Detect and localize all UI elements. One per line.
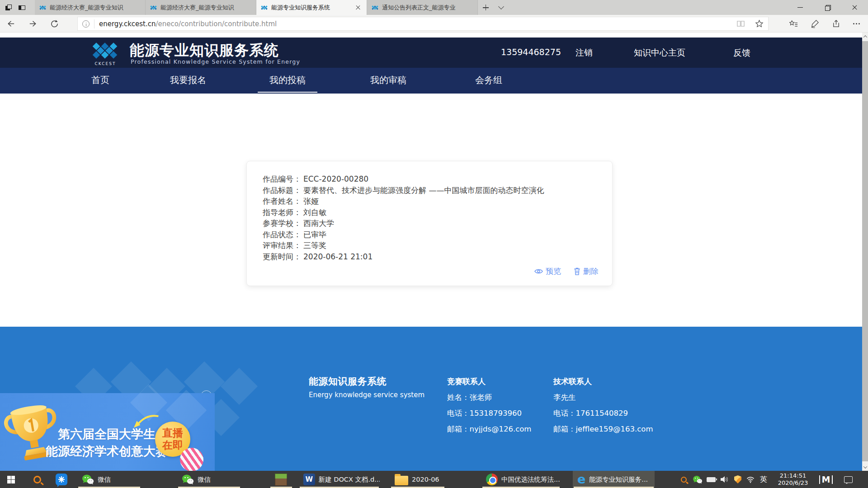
more-options-icon[interactable]	[853, 23, 860, 24]
page-scrollbar[interactable]	[862, 33, 868, 471]
refresh-icon	[50, 19, 59, 28]
nav-item-register[interactable]: 我要报名	[158, 68, 218, 93]
logout-link[interactable]: 注销	[576, 47, 593, 59]
contest-contact: 竞赛联系人 姓名：张老师 电话：15318793960 邮箱：nyjjds@12…	[447, 376, 531, 434]
taskbar-folder-2020-06[interactable]: 2020-06	[390, 471, 445, 488]
feedback-link[interactable]: 反馈	[733, 47, 750, 59]
start-button[interactable]	[0, 471, 22, 488]
divider	[94, 19, 94, 28]
browser-tab-4[interactable]: 通知公告列表正文_能源专业	[367, 0, 478, 15]
window-close-button[interactable]	[841, 0, 868, 15]
scroll-up-button[interactable]	[862, 33, 868, 40]
window-minimize-button[interactable]	[787, 0, 814, 15]
taskbar-edge-active[interactable]: e 能源专业知识服务...	[573, 471, 655, 488]
new-tab-button[interactable]	[478, 0, 493, 15]
contact-phone: 电话：15318793960	[447, 408, 531, 418]
field-label: 指导老师：	[263, 208, 301, 217]
set-tabs-aside-icon[interactable]	[5, 5, 12, 10]
field-value: 刘自敏	[303, 208, 326, 217]
back-button[interactable]	[0, 15, 22, 32]
knowledge-center-home-link[interactable]: 知识中心主页	[634, 47, 685, 59]
reading-view-icon[interactable]	[736, 19, 745, 28]
page-viewport: CKCEST 能源专业知识服务系统 Professional Knowledge…	[0, 33, 862, 471]
contact-heading: 技术联系人	[553, 376, 653, 387]
nav-item-committee[interactable]: 会务组	[463, 68, 514, 93]
field-work-id: 作品编号：ECC-2020-00280	[263, 174, 599, 185]
chevron-up-icon	[863, 35, 867, 39]
nav-item-my-submissions[interactable]: 我的投稿	[258, 68, 317, 93]
chevron-down-icon	[863, 465, 867, 468]
chevron-down-icon	[498, 4, 504, 9]
search-app-button[interactable]	[27, 471, 47, 488]
wechat-icon	[82, 474, 94, 485]
tray-shield-icon[interactable]	[731, 471, 744, 488]
search-icon	[33, 476, 41, 483]
tabs-set-aside-icon[interactable]	[19, 5, 25, 10]
scrollbar-thumb[interactable]	[862, 41, 868, 461]
field-label: 作品标题：	[263, 186, 301, 195]
promo-text: 第六届全国大学生 能源经济学术创意大赛	[45, 426, 168, 460]
browser-tab-3-active[interactable]: 能源专业知识服务系统	[256, 0, 367, 15]
field-value: 2020-06-21 21:01	[303, 252, 373, 261]
tray-wechat-icon[interactable]	[691, 471, 704, 488]
submission-card: 作品编号：ECC-2020-00280 作品标题：要素替代、技术进步与能源强度分…	[246, 161, 613, 286]
field-label: 作品状态：	[263, 230, 301, 239]
window-controls	[787, 0, 868, 15]
tray-wifi-icon[interactable]	[744, 471, 757, 488]
annotate-pen-icon[interactable]	[811, 19, 819, 28]
tab-close-icon[interactable]	[354, 4, 362, 12]
site-subtitle: Professional Knowledge Service System fo…	[131, 58, 300, 65]
ckcest-logo-icon	[90, 42, 119, 59]
arrow-icon	[132, 414, 161, 429]
ckcest-favicon-icon	[372, 5, 378, 10]
browser-tab-1[interactable]: 能源经济大赛_能源专业知识	[35, 0, 146, 15]
taskbar-label: 能源专业知识服务...	[589, 475, 648, 484]
preview-button[interactable]: 预览	[534, 266, 561, 277]
tray-volume-icon[interactable]	[718, 471, 731, 488]
contact-email: 邮箱：nyjjds@126.com	[447, 424, 531, 434]
taskbar-wechat-2[interactable]: 微信	[177, 471, 241, 488]
taskbar-word-document[interactable]: W 新建 DOCX 文档.d...	[299, 471, 380, 488]
field-work-title: 作品标题：要素替代、技术进步与能源强度分解 ——中国城市层面的动态时空演化	[263, 185, 599, 196]
taskbar-wechat-1[interactable]: 微信	[77, 471, 141, 488]
site-header: CKCEST 能源专业知识服务系统 Professional Knowledge…	[0, 38, 862, 68]
share-icon[interactable]	[832, 19, 840, 28]
wechat-icon	[182, 474, 194, 485]
browser-tab-2[interactable]: 能源经济大赛_能源专业知识	[146, 0, 256, 15]
tab-preview-button[interactable]	[493, 0, 509, 15]
tab-tools	[0, 0, 35, 15]
notification-center-icon[interactable]	[839, 471, 857, 488]
delete-button[interactable]: 删除	[574, 266, 599, 277]
star-app-button[interactable]	[52, 471, 71, 488]
refresh-button[interactable]	[43, 15, 65, 32]
contact-phone: 电话：17611540829	[553, 408, 653, 418]
site-info-icon[interactable]	[82, 20, 90, 28]
close-icon	[852, 5, 858, 10]
nav-item-my-reviews[interactable]: 我的审稿	[359, 68, 418, 93]
taskbar-chrome[interactable]: 中国优选法统筹法...	[481, 471, 561, 488]
field-label: 评审结果：	[263, 241, 301, 250]
url-field[interactable]: energy.ckcest.cn/eneco/contribution/cont…	[77, 17, 769, 31]
badge-line-2: 在即	[162, 439, 183, 451]
trash-icon	[574, 267, 580, 275]
tray-search-icon[interactable]	[677, 471, 690, 488]
site-logo[interactable]: CKCEST	[90, 42, 120, 66]
tray-m-logo-icon[interactable]: M	[816, 471, 835, 488]
hub-favorites-icon[interactable]	[789, 19, 798, 28]
window-restore-button[interactable]	[814, 0, 841, 15]
favorite-star-icon[interactable]	[755, 19, 764, 28]
footer-brand: 能源知识服务系统 Energy knowledge service system	[309, 375, 425, 399]
nav-item-home[interactable]: 首页	[80, 68, 121, 93]
scroll-down-button[interactable]	[862, 463, 868, 471]
taskbar-minecraft[interactable]	[269, 471, 293, 488]
card-actions: 预览 删除	[534, 266, 599, 277]
site-nav: 首页 我要报名 我的投稿 我的审稿 会务组	[0, 68, 862, 94]
tab-title: 通知公告列表正文_能源专业	[382, 4, 473, 12]
ime-indicator[interactable]: 英	[757, 471, 770, 488]
tray-clock[interactable]: 21:14:51 2020/6/23	[771, 471, 815, 488]
tech-contact: 技术联系人 李先生 电话：17611540829 邮箱：jefflee159@1…	[553, 376, 653, 434]
tray-battery-icon[interactable]	[704, 471, 718, 488]
forward-button[interactable]	[22, 15, 43, 32]
contest-promo-banner[interactable]: 第六届全国大学生 能源经济学术创意大赛 直播 在即	[0, 393, 215, 471]
field-label: 作品编号：	[263, 174, 301, 183]
